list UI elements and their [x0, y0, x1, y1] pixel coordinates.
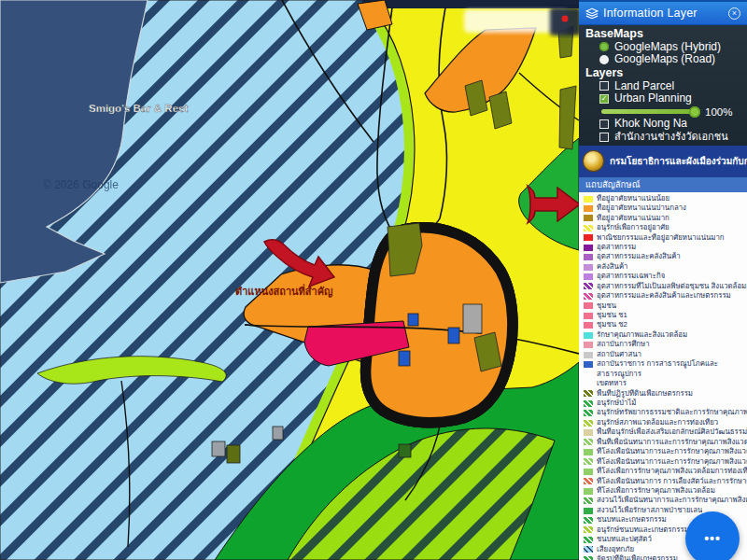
fab-dots: ••• — [704, 531, 721, 546]
layer-option[interactable]: Land Parcel — [579, 80, 747, 93]
layers-section-label: Layers — [579, 66, 747, 80]
legend-label: อุตสาหกรรมและคลังสินค้า — [597, 252, 681, 261]
legend-label: ที่โล่งเพื่อการรักษาคุณภาพสิ่งแวดล้อม — [597, 486, 715, 496]
legend-label: ที่โล่งเพื่อนันทนาการ การเลี้ยงสัตว์และก… — [597, 477, 747, 486]
panel-header[interactable]: Information Layer × — [579, 0, 747, 25]
legend-item: อนุรักษ์เพื่อการอยู่อาศัย — [584, 223, 747, 232]
legend-item: อนุรักษ์สภาพแวดล้อมและการท่องเที่ยว — [584, 418, 747, 427]
checkbox-icon[interactable] — [599, 119, 609, 129]
radio-icon[interactable] — [599, 42, 609, 51]
urban-planning-map[interactable]: Smigo's Bar & Rest © 2026 Google ตำแหน่ง… — [0, 0, 579, 560]
layers-icon — [585, 7, 599, 20]
legend-label: พื้นที่เพื่อนันทนาการและการรักษาคุณภาพสิ… — [597, 438, 747, 447]
opacity-slider[interactable] — [601, 109, 698, 114]
layer-label: Land Parcel — [614, 80, 674, 93]
basemap-option[interactable]: GoogleMaps (Road) — [579, 53, 747, 66]
agency-text: กรมโยธาธิการและผังเมืองร่วมกับกรมที่ดิน — [610, 154, 747, 168]
legend-swatch — [584, 458, 593, 465]
legend-item: พื้นที่ปฏิรูปที่ดินเพื่อเกษตรกรรม — [584, 389, 747, 399]
legend-label: อนุรักษ์สภาพแวดล้อมและการท่องเที่ยว — [597, 418, 718, 427]
legend-label: พื้นที่ปฏิรูปที่ดินเพื่อเกษตรกรรม — [597, 389, 693, 399]
legend-swatch — [584, 322, 593, 329]
legend-label: ที่โล่งเพื่อการรักษาคุณภาพสิ่งแวดล้อมการ… — [597, 467, 747, 476]
legend-swatch — [584, 546, 593, 553]
map-top-strip — [362, 0, 579, 8]
basemap-option[interactable]: GoogleMaps (Hybrid) — [579, 41, 747, 54]
legend-swatch — [584, 556, 593, 560]
legend-swatch — [584, 234, 593, 241]
close-icon[interactable]: × — [728, 7, 740, 20]
checkbox-icon[interactable] — [599, 133, 609, 142]
legend-swatch — [584, 361, 593, 368]
legend-label: ชุมชน ช2 — [597, 320, 627, 329]
legend-label: พาณิชยกรรมและที่อยู่อาศัยหนาแน่นมาก — [597, 233, 725, 243]
legend-item: ที่โล่งเพื่อนันทนาการและการรักษาคุณภาพสิ… — [584, 447, 747, 456]
opacity-slider-row: 100% — [579, 105, 747, 118]
legend-item: อนุรักษ์ป่าไม้ — [584, 399, 747, 408]
layer-option[interactable]: ✓Urban Planning — [579, 92, 747, 105]
layer-label: Urban Planning — [614, 92, 692, 105]
legend-label: ที่อยู่อาศัยหนาแน่นมาก — [597, 214, 669, 223]
legend-item: อุตสาหกรรม — [584, 243, 747, 252]
legend-swatch — [584, 410, 593, 416]
legend-label: ที่อยู่อาศัยหนาแน่นน้อย — [597, 194, 669, 203]
legend-item: สถาบันราชการ การสาธารณูปโภคและสาธารณูปกา… — [584, 359, 747, 388]
slider-knob[interactable] — [689, 106, 700, 118]
legend-item: พาณิชยกรรมและที่อยู่อาศัยหนาแน่นมาก — [584, 233, 747, 243]
basemaps-section-label: BaseMaps — [579, 27, 747, 41]
legend-swatch — [584, 283, 593, 289]
legend-swatch — [584, 264, 593, 271]
legend-item: อุตสาหกรรมที่ไม่เป็นมลพิษต่อชุมชน สิ่งแว… — [584, 282, 747, 291]
legend-label: จัดรูปที่ดินเพื่อเกษตรกรรม — [597, 554, 678, 560]
legend-swatch — [584, 245, 593, 251]
legend-swatch — [584, 488, 593, 495]
legend-item: ที่อยู่อาศัยหนาแน่นมาก — [584, 214, 747, 223]
layer-option[interactable]: สำนักงานช่างรังวัดเอกชน — [579, 131, 747, 144]
legend-label: ชุมชน — [597, 301, 616, 311]
checkbox-icon[interactable]: ✓ — [599, 94, 609, 104]
legend-item: อนุรักษ์ทรัพยากรธรรมชาติและการรักษาคุณภา… — [584, 408, 747, 417]
basemap-options: GoogleMaps (Hybrid)GoogleMaps (Road) — [579, 41, 747, 67]
more-options-fab[interactable]: ••• — [685, 511, 740, 560]
legend-swatch — [584, 205, 593, 212]
legend-item: คลังสินค้า — [584, 262, 747, 272]
legend-swatch — [584, 400, 593, 407]
legend-item: ที่โล่งเพื่อนันทนาการ การเลี้ยงสัตว์และก… — [584, 477, 747, 486]
government-seal-icon — [584, 151, 603, 171]
legend-swatch — [584, 469, 593, 475]
legend-label: ที่โล่งเพื่อนันทนาการและการรักษาคุณภาพสิ… — [597, 457, 747, 467]
legend-swatch — [584, 225, 593, 231]
legend-swatch — [584, 449, 593, 455]
legend-label: สงวนไว้เพื่อรักษาสภาพป่าชายเลน — [597, 506, 702, 515]
legend-label: อุตสาหกรรมเฉพาะกิจ — [597, 272, 665, 281]
legend-label: พื้นที่อนุรักษ์เพื่อส่งเสริมเอกลักษณ์ศิล… — [597, 427, 747, 437]
radio-icon[interactable] — [599, 55, 609, 64]
legend-item: พื้นที่เพื่อนันทนาการและการรักษาคุณภาพสิ… — [584, 438, 747, 447]
legend-label: อนุรักษ์ทรัพยากรธรรมชาติและการรักษาคุณภา… — [597, 408, 747, 417]
basemap-label: GoogleMaps (Hybrid) — [614, 41, 721, 54]
legend-swatch — [584, 342, 593, 348]
checkbox-icon[interactable] — [599, 81, 609, 91]
legend-swatch — [584, 196, 593, 203]
legend-item: ที่อยู่อาศัยหนาแน่นปานกลาง — [584, 203, 747, 213]
legend-item: ชุมชน ช2 — [584, 320, 747, 329]
legend-item: ที่โล่งเพื่อนันทนาการและการรักษาคุณภาพสิ… — [584, 457, 747, 467]
legend-label: ที่โล่งเพื่อนันทนาการและการรักษาคุณภาพสิ… — [597, 447, 747, 456]
legend-list: ที่อยู่อาศัยหนาแน่นน้อยที่อยู่อาศัยหนาแน… — [579, 192, 747, 560]
legend-swatch — [584, 526, 593, 533]
panel-title: Information Layer — [603, 7, 728, 20]
legend-swatch — [584, 439, 593, 445]
legend-item: รักษาคุณภาพและสิ่งแวดล้อม — [584, 330, 747, 340]
record-dot-icon — [562, 16, 569, 22]
opacity-value: 100% — [705, 106, 732, 118]
basemap-label: GoogleMaps (Road) — [614, 53, 715, 66]
legend-swatch — [584, 497, 593, 504]
legend-title: แถบสัญลักษณ์ — [579, 177, 747, 192]
legend-label: สถาบันการศึกษา — [597, 340, 650, 349]
legend-label: ที่อยู่อาศัยหนาแน่นปานกลาง — [597, 203, 686, 213]
legend-label: คลังสินค้า — [597, 262, 627, 272]
legend-swatch — [584, 293, 593, 300]
legend-label: อุตสาหกรรม — [597, 243, 636, 252]
layer-label: สำนักงานช่างรังวัดเอกชน — [614, 131, 728, 144]
layer-option[interactable]: Khok Nong Na — [579, 118, 747, 131]
